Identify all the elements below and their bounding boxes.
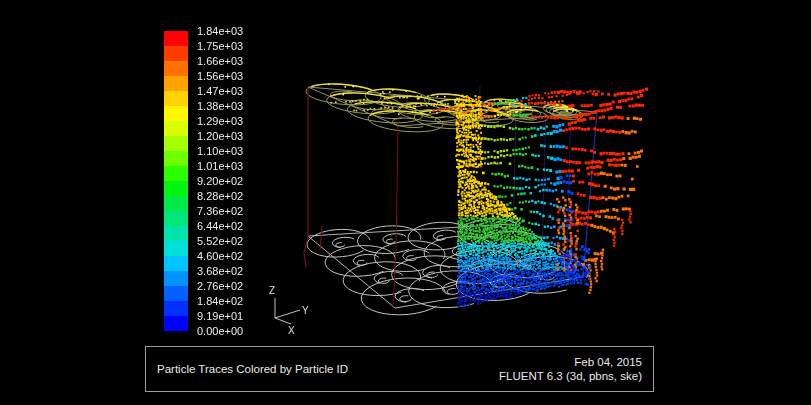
x-axis-line xyxy=(275,318,291,324)
legend-color-band xyxy=(164,31,188,46)
legend-color-band xyxy=(164,271,188,286)
legend-tick-label: 5.52e+02 xyxy=(197,234,243,248)
legend-tick-label: 2.76e+02 xyxy=(197,279,243,293)
y-axis-label: Y xyxy=(302,305,309,316)
legend-color-band xyxy=(164,211,188,226)
software-stamp: Feb 04, 2015 FLUENT 6.3 (3d, pbns, ske) xyxy=(499,355,642,383)
legend-tick-label: 8.28e+02 xyxy=(197,189,243,203)
legend-tick-label: 1.47e+03 xyxy=(197,84,243,98)
legend-color-band xyxy=(164,181,188,196)
legend-color-band xyxy=(164,46,188,61)
legend-color-band xyxy=(164,91,188,106)
particle-traces-3d-view[interactable] xyxy=(0,0,811,405)
x-axis-label: X xyxy=(288,325,295,336)
legend-tick-label: 9.20e+02 xyxy=(197,174,243,188)
axis-triad: Z Y X xyxy=(240,283,320,343)
legend-tick-label: 1.84e+02 xyxy=(197,294,243,308)
legend-color-band xyxy=(164,301,188,316)
legend-tick-label: 1.38e+03 xyxy=(197,99,243,113)
legend-color-band xyxy=(164,256,188,271)
legend-color-band xyxy=(164,241,188,256)
legend-tick-label: 7.36e+02 xyxy=(197,204,243,218)
legend-color-band xyxy=(164,76,188,91)
plot-title: Particle Traces Colored by Particle ID xyxy=(157,363,348,375)
legend-tick-label: 1.84e+03 xyxy=(197,24,243,38)
solver-version: FLUENT 6.3 (3d, pbns, ske) xyxy=(499,370,642,382)
legend-color-band xyxy=(164,121,188,136)
date-stamp: Feb 04, 2015 xyxy=(574,356,642,368)
legend-color-band xyxy=(164,166,188,181)
legend-tick-label: 3.68e+02 xyxy=(197,264,243,278)
legend-tick-label: 9.19e+01 xyxy=(197,309,243,323)
legend-tick-label: 6.44e+02 xyxy=(197,219,243,233)
legend-color-band xyxy=(164,136,188,151)
caption-box: Particle Traces Colored by Particle ID F… xyxy=(145,346,654,392)
legend-tick-label: 1.20e+03 xyxy=(197,129,243,143)
legend-color-band xyxy=(164,196,188,211)
legend-color-band xyxy=(164,151,188,166)
z-axis-label: Z xyxy=(269,285,275,296)
legend-color-band xyxy=(164,61,188,76)
legend-tick-label: 1.56e+03 xyxy=(197,69,243,83)
y-axis-line xyxy=(275,310,300,318)
legend-color-band xyxy=(164,316,188,331)
legend-tick-label: 1.10e+03 xyxy=(197,144,243,158)
legend-color-band xyxy=(164,226,188,241)
legend-color-band xyxy=(164,106,188,121)
legend-tick-label: 0.00e+00 xyxy=(197,324,243,338)
legend-tick-label: 1.66e+03 xyxy=(197,54,243,68)
legend-tick-label: 1.29e+03 xyxy=(197,114,243,128)
legend-tick-label: 1.01e+03 xyxy=(197,159,243,173)
legend-color-band xyxy=(164,286,188,301)
legend-tick-label: 1.75e+03 xyxy=(197,39,243,53)
legend-tick-label: 4.60e+02 xyxy=(197,249,243,263)
